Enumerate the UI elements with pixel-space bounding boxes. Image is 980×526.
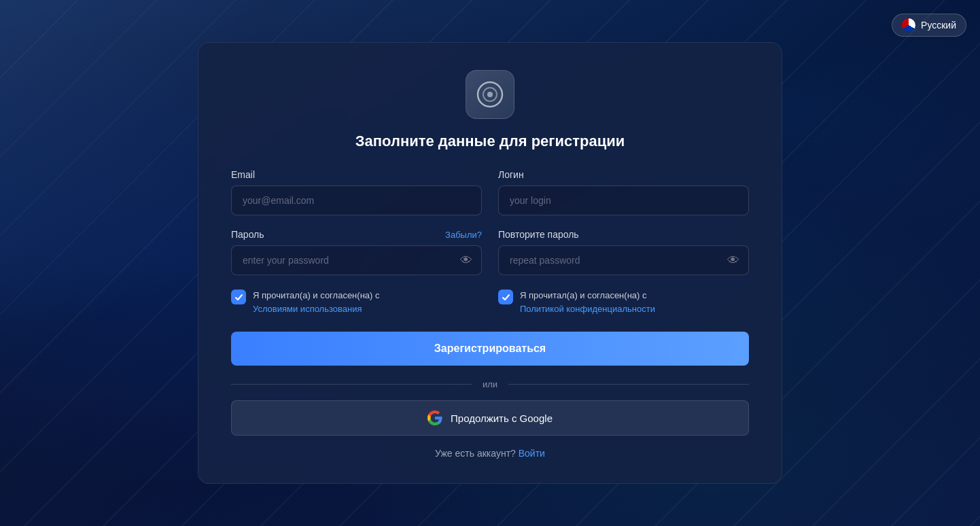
terms-checkbox-group: Я прочитал(а) и согласен(на) с Условиями… (231, 289, 482, 315)
email-label: Email (231, 169, 482, 180)
repeat-password-input[interactable] (498, 245, 749, 275)
email-input-wrapper (231, 186, 482, 215)
svg-point-2 (487, 92, 493, 97)
repeat-password-label: Повторите пароль (498, 229, 749, 240)
forgot-password-link[interactable]: Забыли? (445, 230, 482, 240)
password-input[interactable] (231, 245, 482, 275)
repeat-password-toggle-icon[interactable]: 👁 (727, 254, 739, 266)
registration-card: Заполните данные для регистрации Email Л… (198, 42, 782, 484)
card-title: Заполните данные для регистрации (355, 133, 625, 150)
app-icon (466, 70, 514, 119)
privacy-checkbox-group: Я прочитал(а) и согласен(на) с Политикой… (498, 289, 749, 315)
login-field-group: Логин (498, 169, 749, 215)
form-grid: Email Логин Пароль Забыли? 👁 Пов (231, 169, 749, 275)
login-label: Логин (498, 169, 749, 180)
divider-line-left (231, 384, 472, 385)
divider-text: или (483, 379, 497, 389)
google-button-label: Продолжить с Google (451, 413, 553, 424)
privacy-checkbox[interactable] (498, 290, 513, 304)
login-input-wrapper (498, 186, 749, 215)
privacy-text: Я прочитал(а) и согласен(на) с Политикой… (520, 289, 655, 315)
password-input-wrapper: 👁 (231, 245, 482, 275)
privacy-link[interactable]: Политикой конфиденциальности (520, 302, 655, 316)
login-link[interactable]: Войти (519, 448, 545, 459)
terms-link[interactable]: Условиями использования (253, 302, 379, 316)
password-field-group: Пароль Забыли? 👁 (231, 229, 482, 275)
password-label-row: Пароль Забыли? (231, 229, 482, 240)
google-logo-icon (427, 410, 442, 425)
divider: или (231, 379, 749, 389)
already-account-row: Уже есть аккаунт? Войти (435, 448, 545, 459)
already-text: Уже есть аккаунт? (435, 448, 516, 459)
register-button[interactable]: Зарегистрироваться (231, 332, 749, 366)
login-input[interactable] (498, 186, 749, 215)
google-button[interactable]: Продолжить с Google (231, 400, 749, 436)
russia-flag-icon (902, 18, 915, 32)
language-selector[interactable]: Русский (892, 14, 966, 37)
email-input[interactable] (231, 186, 482, 215)
terms-text: Я прочитал(а) и согласен(на) с Условиями… (253, 289, 379, 315)
email-field-group: Email (231, 169, 482, 215)
divider-line-right (508, 384, 749, 385)
language-label: Русский (921, 20, 956, 31)
repeat-password-field-group: Повторите пароль 👁 (498, 229, 749, 275)
repeat-password-input-wrapper: 👁 (498, 245, 749, 275)
password-toggle-icon[interactable]: 👁 (460, 254, 472, 266)
password-label: Пароль (231, 229, 264, 240)
checkboxes-row: Я прочитал(а) и согласен(на) с Условиями… (231, 289, 749, 315)
terms-checkbox[interactable] (231, 290, 246, 304)
